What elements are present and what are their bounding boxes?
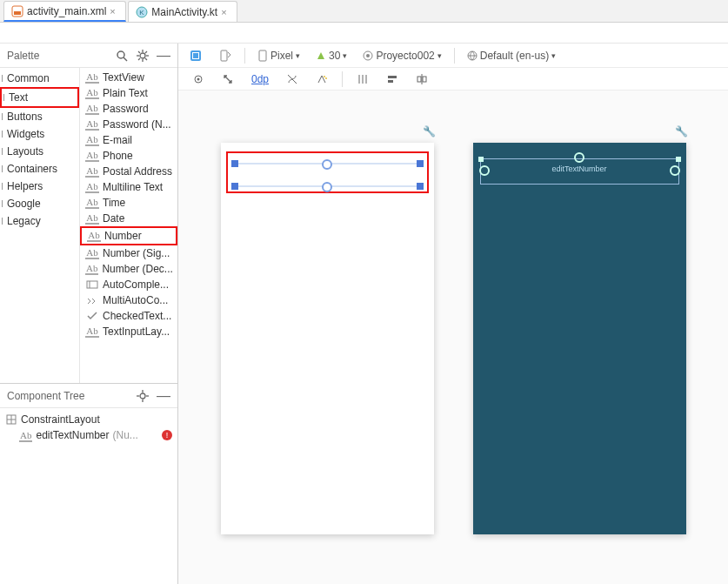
palette-item[interactable]: AbMultiline Text [80,179,177,195]
design-surface-button[interactable] [185,47,206,64]
clear-constraints-icon[interactable] [283,71,302,87]
palette-item-label: Time [103,197,125,209]
svg-point-6 [140,53,145,58]
collapse-icon[interactable]: — [157,49,170,63]
xml-file-icon [11,5,23,17]
pack-icon[interactable] [412,71,431,87]
search-icon[interactable] [115,49,129,63]
palette-category-legacy[interactable]: Legacy [0,212,79,230]
design-canvas[interactable]: 🔧 🔧 editTextNumber [178,91,728,584]
palette-item-label: Multiline Text [103,181,163,193]
design-toolbar-secondary: 0dp [178,68,728,91]
svg-point-37 [325,77,327,79]
svg-rect-15 [87,281,97,288]
svg-rect-1 [14,11,21,15]
widget-type-icon: Ab [85,165,99,178]
tree-row-root[interactable]: ConstraintLayout [5,412,172,427]
palette-item-label: Password [103,103,149,115]
component-tree-header: Component Tree — [0,384,177,408]
widget-type-icon: Ab [85,212,99,225]
blueprint-preview-device[interactable]: 🔧 editTextNumber [473,143,686,534]
error-badge-icon[interactable]: ! [162,430,172,440]
palette-item-label: AutoComple... [103,279,169,291]
svg-rect-41 [388,76,397,78]
palette-item-label: Phone [103,150,133,162]
api-selector[interactable]: 30▾ [312,48,351,64]
widget-type-icon: Ab [85,150,99,162]
palette-category-widgets[interactable]: Widgets [0,125,79,143]
svg-rect-28 [221,50,227,61]
palette-item-label: Number [104,230,142,242]
gear-icon[interactable] [136,49,150,63]
palette-item[interactable]: AbNumber [80,226,177,245]
palette-item[interactable]: MultiAutoCo... [80,292,177,308]
palette-item[interactable]: AbTextInputLay... [80,324,177,339]
component-tree-body: ConstraintLayout Ab editTextNumber (Nu..… [0,408,177,446]
constraint-layout-icon [5,413,17,426]
palette-item[interactable]: AbTime [80,195,177,211]
theme-selector[interactable]: Proyecto002▾ [359,48,444,64]
widget-type-icon: Ab [85,118,99,131]
tab-activity-main[interactable]: activity_main.xml × [3,1,126,22]
default-margins-button[interactable]: 0dp [248,71,272,87]
orientation-button[interactable] [215,47,236,64]
palette-category-layouts[interactable]: Layouts [0,143,79,160]
palette-item[interactable]: AbDate [80,211,177,226]
svg-rect-45 [423,77,426,82]
align-icon[interactable] [383,71,402,87]
close-icon[interactable]: × [110,7,118,16]
palette-category-text[interactable]: Text [0,87,79,108]
palette-item[interactable]: AbPlain Text [80,85,177,101]
selected-edittext-blueprint[interactable]: editTextNumber [480,158,679,185]
palette-category-containers[interactable]: Containers [0,160,79,178]
spacer-row [0,23,728,44]
autoconnect-icon[interactable] [218,71,237,87]
svg-line-13 [138,58,140,60]
palette-item[interactable]: AbTextView [80,70,177,85]
palette-item[interactable]: AbPassword [80,101,177,117]
guidelines-icon[interactable] [353,71,372,87]
wrench-icon[interactable]: 🔧 [423,125,436,138]
palette-categories: CommonTextButtonsWidgetsLayoutsContainer… [0,68,80,383]
palette-panel: Palette — CommonTextButtonsWidgetsLayout… [0,44,177,384]
palette-item[interactable]: AbPhone [80,148,177,164]
svg-rect-44 [417,77,421,82]
tab-label: activity_main.xml [27,5,106,17]
palette-item[interactable]: CheckedText... [80,308,177,324]
device-selector[interactable]: Pixel▾ [254,48,304,64]
palette-category-common[interactable]: Common [0,70,79,87]
palette-item[interactable]: AutoComple... [80,277,177,292]
palette-category-helpers[interactable]: Helpers [0,178,79,195]
palette-item[interactable]: AbPostal Address [80,164,177,179]
tree-row-child[interactable]: Ab editTextNumber (Nu... ! [19,427,172,443]
widget-type-icon: Ab [85,247,99,259]
palette-item[interactable]: AbE-mail [80,132,177,148]
widget-type-icon [85,294,99,306]
wrench-icon[interactable]: 🔧 [675,125,688,138]
palette-header: Palette — [0,44,177,68]
palette-item-label: MultiAutoCo... [103,294,168,306]
widget-type-icon: Ab [85,87,99,99]
gear-icon[interactable] [136,389,150,403]
widget-type-icon: Ab [85,326,99,338]
locale-selector[interactable]: Default (en-us)▾ [464,48,559,64]
collapse-icon[interactable]: — [157,389,170,403]
widget-type-icon: Ab [85,103,99,115]
tab-main-activity[interactable]: K MainActivity.kt × [128,1,237,22]
svg-point-36 [324,76,325,77]
palette-category-buttons[interactable]: Buttons [0,108,79,125]
close-icon[interactable]: × [221,8,230,17]
selected-edittext-design[interactable] [226,151,429,193]
palette-item-label: Postal Address [103,165,172,178]
design-preview-device[interactable]: 🔧 [221,143,434,534]
palette-item[interactable]: AbNumber (Sig... [80,245,177,261]
tree-root-label: ConstraintLayout [21,413,100,426]
component-tree-panel: Component Tree — ConstraintLayout Ab edi… [0,384,177,584]
palette-item[interactable]: AbPassword (N... [80,117,177,132]
palette-category-google[interactable]: Google [0,195,79,212]
svg-line-5 [124,57,127,61]
infer-constraints-icon[interactable] [312,71,331,87]
palette-item[interactable]: AbNumber (Dec... [80,261,177,277]
view-options-icon[interactable] [189,71,208,87]
tree-child-label: editTextNumber [36,429,109,441]
